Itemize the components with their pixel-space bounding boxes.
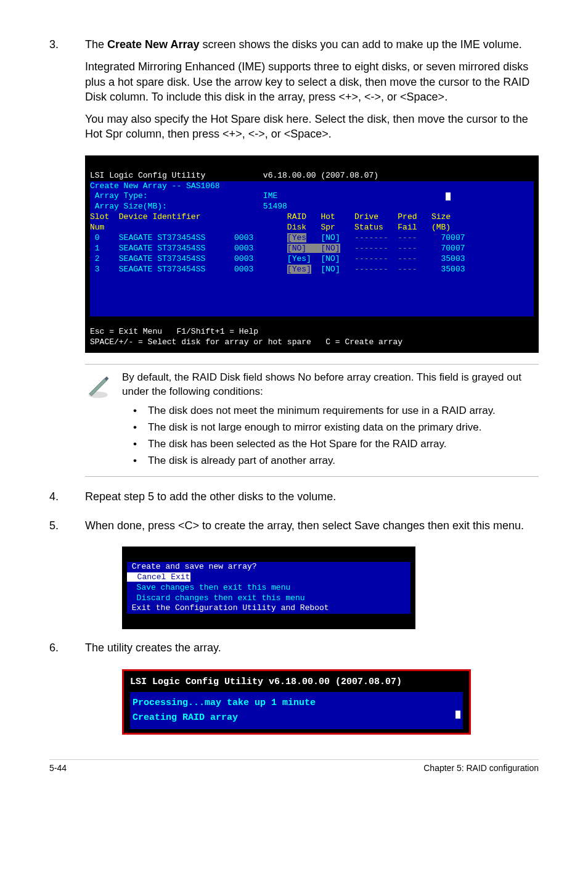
list-item: The disk has been selected as the Hot Sp…	[133, 437, 539, 452]
text: screen shows the disks you can add to ma…	[199, 38, 521, 51]
step3-p2: Integrated Mirroring Enhanced (IME) supp…	[85, 59, 539, 104]
step4-text: Repeat step 5 to add the other disks to …	[85, 489, 539, 504]
step-number: 5.	[49, 518, 85, 540]
step-body: Repeat step 5 to add the other disks to …	[85, 489, 539, 511]
table-header-2: Num Disk Spr Status Fail (MB)	[90, 223, 451, 232]
dialog-title: Create and save new array?	[127, 562, 257, 571]
list-item: The disk is already part of another arra…	[133, 454, 539, 468]
step-number: 4.	[49, 489, 85, 511]
note-block: By default, the RAID Disk field shows No…	[85, 364, 539, 477]
table-header-1: Slot Device Identifier RAID Hot Drive Pr…	[90, 212, 451, 221]
terminal-title: LSI Logic Config Utility v6.18.00.00 (20…	[90, 171, 378, 180]
help-line-1: Esc = Exit Menu F1/Shift+1 = Help	[90, 327, 258, 336]
cursor-icon	[455, 711, 460, 719]
processing-title: LSI Logic Config Utility v6.18.00.00 (20…	[130, 675, 463, 690]
step5-text: When done, press <C> to create the array…	[85, 518, 539, 533]
step-4: 4. Repeat step 5 to add the other disks …	[49, 489, 539, 511]
step-body: The Create New Array screen shows the di…	[85, 37, 539, 149]
step6-text: The utility creates the array.	[85, 640, 539, 655]
dialog-option: Discard changes then exit this menu	[127, 593, 305, 603]
row-array-size: Array Size(MB): 51498	[90, 202, 287, 211]
table-row: 1 SEAGATE ST373454SS 0003 [NO] [NO] ----…	[90, 244, 465, 253]
text: The	[85, 38, 107, 51]
terminal-processing: LSI Logic Config Utility v6.18.00.00 (20…	[122, 669, 471, 735]
dialog-option: Save changes then exit this menu	[127, 583, 290, 592]
table-row: 3 SEAGATE ST373454SS 0003 [Yes] [NO] ---…	[90, 265, 465, 274]
processing-line-1: Processing...may take up 1 minute	[133, 698, 316, 708]
step-number: 3.	[49, 37, 85, 149]
list-item: The disk does not meet the minimum requi…	[133, 404, 539, 418]
note-body: By default, the RAID Disk field shows No…	[122, 371, 539, 471]
terminal-save-dialog: Create and save new array? Cancel Exit S…	[122, 547, 415, 629]
dialog-option-selected: Cancel Exit	[127, 572, 190, 582]
step-6: 6. The utility creates the array.	[49, 640, 539, 662]
step-body: The utility creates the array.	[85, 640, 539, 662]
table-row: 2 SEAGATE ST373454SS 0003 [Yes] [NO] ---…	[90, 254, 465, 263]
note-list: The disk does not meet the minimum requi…	[122, 404, 539, 468]
step-number: 6.	[49, 640, 85, 662]
terminal-subtitle: Create New Array -- SAS1068	[90, 181, 220, 191]
table-row: 0 SEAGATE ST373454SS 0003 [Yes [NO] ----…	[90, 233, 465, 242]
terminal-create-array: LSI Logic Config Utility v6.18.00.00 (20…	[85, 155, 539, 353]
page-number: 5-44	[49, 762, 67, 774]
dialog-footer: Exit the Configuration Utility and Reboo…	[127, 603, 329, 613]
chapter-label: Chapter 5: RAID configuration	[423, 762, 539, 774]
list-item: The disk is not large enough to mirror e…	[133, 421, 539, 435]
step-3: 3. The Create New Array screen shows the…	[49, 37, 539, 149]
page-footer: 5-44 Chapter 5: RAID configuration	[49, 759, 539, 774]
step3-p3: You may also specify the Hot Spare disk …	[85, 112, 539, 142]
step-5: 5. When done, press <C> to create the ar…	[49, 518, 539, 540]
cursor-icon	[446, 192, 451, 200]
help-line-2: SPACE/+/- = Select disk for array or hot…	[90, 337, 402, 347]
step-body: When done, press <C> to create the array…	[85, 518, 539, 540]
processing-line-2: Creating RAID array	[133, 712, 238, 723]
step3-intro: The Create New Array screen shows the di…	[85, 37, 539, 52]
row-array-type: Array Type: IME	[90, 191, 277, 200]
pencil-note-icon	[85, 371, 122, 403]
note-intro: By default, the RAID Disk field shows No…	[122, 371, 539, 399]
bold-text: Create New Array	[107, 38, 199, 51]
